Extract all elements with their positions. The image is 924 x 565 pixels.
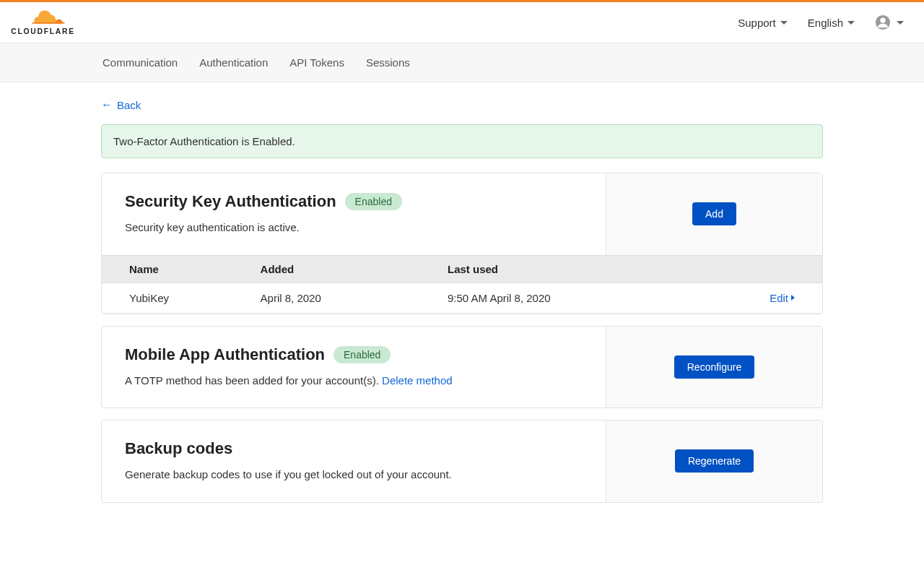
tabbar: Communication Authentication API Tokens … [0,43,924,82]
cell-added: April 8, 2020 [261,282,448,313]
regenerate-button[interactable]: Regenerate [675,449,754,473]
language-label: English [808,17,843,29]
status-badge: Enabled [334,346,391,363]
main-content: ← Back Two-Factor Authentication is Enab… [101,82,823,543]
alert-text: Two-Factor Authentication is Enabled. [113,135,295,147]
chevron-down-icon [847,21,855,25]
backup-codes-title: Backup codes [125,439,232,458]
arrow-left-icon: ← [101,98,113,111]
security-key-desc: Security key authentication is active. [125,220,583,236]
support-dropdown[interactable]: Support [738,17,788,29]
edit-link[interactable]: Edit [770,292,795,304]
back-label: Back [117,99,141,111]
chevron-down-icon [897,21,904,25]
svg-text:CLOUDFLARE: CLOUDFLARE [11,27,75,35]
add-button[interactable]: Add [692,202,736,225]
topbar-right: Support English [738,14,904,30]
topbar: CLOUDFLARE Support English [0,2,924,43]
edit-label: Edit [770,292,788,304]
language-dropdown[interactable]: English [808,17,855,29]
backup-codes-desc: Generate backup codes to use if you get … [125,467,583,483]
user-menu[interactable] [875,14,904,30]
tab-sessions[interactable]: Sessions [366,43,410,82]
security-key-card: Security Key Authentication Enabled Secu… [101,173,823,314]
delete-method-link[interactable]: Delete method [382,374,453,387]
svg-point-3 [880,18,885,23]
svg-rect-0 [32,22,65,24]
table-header-row: Name Added Last used [102,255,822,282]
chevron-down-icon [780,21,788,25]
col-added: Added [261,255,448,282]
cloudflare-logo[interactable]: CLOUDFLARE [9,9,88,36]
support-label: Support [738,17,776,29]
backup-codes-card: Backup codes Generate backup codes to us… [101,420,823,503]
status-badge: Enabled [345,193,402,210]
status-alert: Two-Factor Authentication is Enabled. [101,124,823,158]
mobile-app-desc: A TOTP method has been added for your ac… [125,373,583,389]
col-name: Name [102,255,261,282]
reconfigure-button[interactable]: Reconfigure [674,355,755,379]
tab-communication[interactable]: Communication [103,43,178,82]
back-link[interactable]: ← Back [101,82,141,124]
mobile-app-card: Mobile App Authentication Enabled A TOTP… [101,326,823,409]
tab-api-tokens[interactable]: API Tokens [289,43,344,82]
security-key-table: Name Added Last used YubiKey April 8, 20… [102,255,822,314]
security-key-title: Security Key Authentication [125,192,336,211]
cell-name: YubiKey [102,282,261,313]
tab-authentication[interactable]: Authentication [199,43,268,82]
mobile-app-title: Mobile App Authentication [125,345,325,364]
mobile-app-desc-text: A TOTP method has been added for your ac… [125,374,382,387]
col-action [707,255,822,282]
table-row: YubiKey April 8, 2020 9:50 AM April 8, 2… [102,282,822,313]
cell-last-used: 9:50 AM April 8, 2020 [448,282,707,313]
chevron-right-icon [791,295,795,301]
col-last-used: Last used [448,255,707,282]
user-icon [875,14,891,30]
